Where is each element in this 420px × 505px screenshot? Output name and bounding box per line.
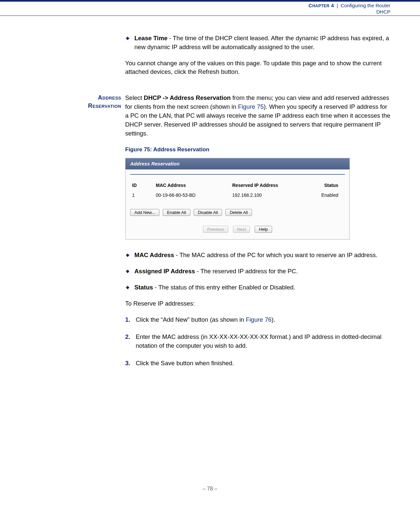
col-id: ID xyxy=(130,181,154,190)
intro-figref-link[interactable]: Figure 75 xyxy=(238,103,264,110)
chapter-number: 4 xyxy=(331,3,334,8)
step1-post: ). xyxy=(271,316,275,323)
cell-id: 1 xyxy=(130,190,154,200)
figure-caption: Figure 75: Address Reservation xyxy=(125,146,390,154)
router-screenshot: Address Reservation ID MAC Address Reser… xyxy=(125,158,350,240)
status-term: Status xyxy=(134,284,153,291)
refresh-note: You cannot change any of the values on t… xyxy=(125,59,390,77)
assigned-ip-item: Assigned IP Address - The reserved IP ad… xyxy=(134,267,390,276)
table-row: 1 00-19-66-80-53-BD 192.168.2.100 Enable… xyxy=(130,190,345,200)
step1-pre: Click the “Add New” button (as shown in xyxy=(136,316,246,323)
cell-mac: 00-19-66-80-53-BD xyxy=(154,190,230,200)
lease-time-item: Lease Time - The time of the DHCP client… xyxy=(134,34,390,52)
col-mac: MAC Address xyxy=(154,181,230,190)
previous-button[interactable]: Previous xyxy=(203,226,228,233)
intro-pre: Select xyxy=(125,94,144,101)
col-ip: Reserved IP Address xyxy=(230,181,300,190)
address-reservation-side-label: Address Reservation xyxy=(30,94,125,110)
step-1: Click the “Add New” button (as shown in … xyxy=(125,315,390,324)
side-label-line2: Reservation xyxy=(30,102,121,110)
step-3: Click the Save button when finished. xyxy=(125,359,390,368)
col-status: Status xyxy=(300,181,345,190)
ip-desc: - The reserved IP address for the PC. xyxy=(195,268,298,275)
header-pipe: | xyxy=(337,3,338,8)
status-desc: - The status of this entry either Enable… xyxy=(153,284,295,291)
page-number: – 78 – xyxy=(0,486,420,492)
reservation-table: ID MAC Address Reserved IP Address Statu… xyxy=(130,181,345,201)
step1-figref-link[interactable]: Figure 76 xyxy=(246,316,271,323)
mac-term: MAC Address xyxy=(134,252,174,258)
status-item: Status - The status of this entry either… xyxy=(134,283,390,292)
add-new-button[interactable]: Add New... xyxy=(130,209,159,216)
panel-divider xyxy=(130,174,345,175)
cell-ip: 192.168.2.100 xyxy=(230,190,300,200)
mac-address-item: MAC Address - The MAC address of the PC … xyxy=(134,251,390,260)
steps-intro: To Reserve IP addresses: xyxy=(125,299,390,308)
delete-all-button[interactable]: Delete All xyxy=(225,209,252,216)
mac-desc: - The MAC address of the PC for which yo… xyxy=(174,252,378,258)
page-header: CHAPTER 4 | Configuring the Router DHCP xyxy=(0,0,420,16)
lease-time-term: Lease Time xyxy=(134,35,167,42)
next-button[interactable]: Next xyxy=(233,226,250,233)
enable-all-button[interactable]: Enable All xyxy=(163,209,190,216)
chapter-title: Configuring the Router xyxy=(341,3,390,8)
step-2: Enter the MAC address (in XX-XX-XX-XX-XX… xyxy=(125,333,390,350)
help-button[interactable]: Help xyxy=(255,226,272,233)
panel-title: Address Reservation xyxy=(126,158,350,169)
header-section: DHCP xyxy=(0,9,390,15)
intro-bold: DHCP -> Address Reservation xyxy=(144,94,231,101)
side-label-line1: Address xyxy=(30,94,121,102)
lease-time-desc: - The time of the DHCP client leased. Af… xyxy=(134,35,389,50)
cell-status: Enabled xyxy=(300,190,345,200)
disable-all-button[interactable]: Disable All xyxy=(194,209,222,216)
ip-term: Assigned IP Address xyxy=(134,268,195,275)
chapter-c: C xyxy=(309,3,312,8)
address-reservation-intro: Select DHCP -> Address Reservation from … xyxy=(125,94,390,138)
chapter-rest: HAPTER xyxy=(312,4,329,8)
